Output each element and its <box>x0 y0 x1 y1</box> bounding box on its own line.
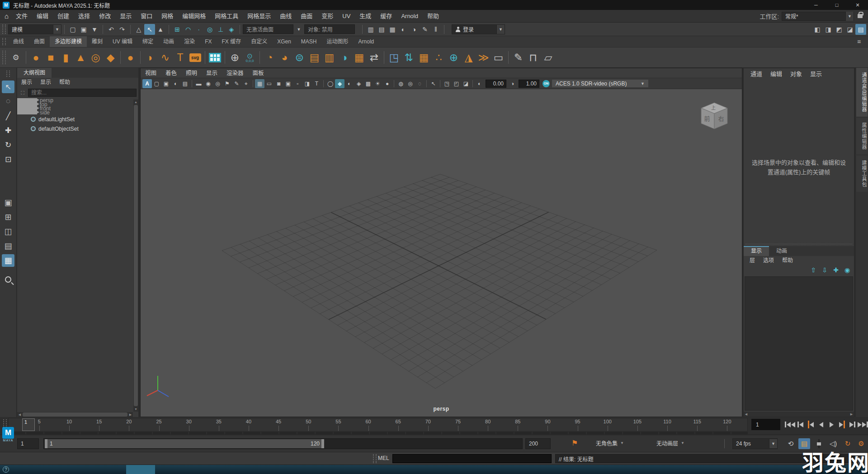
shelf-tab-9[interactable]: FX 缓存 <box>217 36 246 47</box>
outliner-vertical-scrollbar[interactable]: ▲ ▼ <box>133 100 138 412</box>
outliner-menu-2[interactable]: 帮助 <box>55 78 74 87</box>
shelf-tab-13[interactable]: 运动图形 <box>322 36 354 47</box>
pencil-tool-icon[interactable]: ✎ <box>511 50 526 66</box>
shelf-tab-8[interactable]: FX <box>200 36 217 47</box>
animation-start-field[interactable]: 1 <box>17 438 39 449</box>
ghost-trail-icon[interactable]: ◕ <box>277 50 292 66</box>
layout-three-pane[interactable]: ▤ <box>2 240 14 252</box>
outliner-item-persp[interactable]: persp <box>17 98 31 102</box>
viewport-menu-0[interactable]: 视图 <box>141 68 161 78</box>
outliner-item-side[interactable]: side <box>17 110 31 114</box>
render-view-icon[interactable]: ▥ <box>365 24 376 35</box>
filter-icon[interactable]: ⛶ <box>19 87 26 98</box>
redo-icon[interactable]: ↷ <box>117 24 127 35</box>
active-surface-field[interactable]: 无激活曲面 <box>243 24 293 34</box>
layer-tab-1[interactable]: 动画 <box>769 246 794 256</box>
frame-icon[interactable]: ▭ <box>491 50 506 66</box>
menu-item-14[interactable]: UV <box>338 10 355 23</box>
pie-chart-icon[interactable]: ◑ <box>337 50 352 66</box>
camera-bake-icon[interactable]: ◎ <box>213 79 222 88</box>
center-target-icon[interactable]: ⊕ <box>227 50 242 66</box>
globe-icon[interactable]: ⊕ <box>446 50 461 66</box>
annotate-pencil-icon[interactable]: ✎ <box>232 79 241 88</box>
menu-item-5[interactable]: 显示 <box>115 10 136 23</box>
isolate-select-icon[interactable]: ◌ <box>415 79 425 88</box>
light-editor-icon[interactable]: ◑ <box>409 24 420 35</box>
outliner-horizontal-scrollbar[interactable]: ◀ ▶ <box>17 412 133 417</box>
select-highlight-icon[interactable]: ↖ <box>429 79 438 88</box>
previous-key-button[interactable] <box>806 418 816 431</box>
loop-playback-icon[interactable]: ⟲ <box>785 438 797 449</box>
mel-label[interactable]: MEL <box>378 455 389 461</box>
time-slider-ruler[interactable]: 1 51015202530354045505560657075808590951… <box>8 418 748 431</box>
chevron-down-icon[interactable]: ▼ <box>845 12 854 21</box>
poly-cube-icon[interactable]: ■ <box>43 50 58 66</box>
outliner-menu-1[interactable]: 显示 <box>36 78 55 87</box>
layer-menu-0[interactable]: 层 <box>745 256 759 265</box>
cube-stack-icon[interactable]: ▦ <box>416 50 431 66</box>
snap-to-point-icon[interactable]: ∙ <box>193 24 204 35</box>
resolution-gate-icon[interactable]: ◙ <box>274 79 283 88</box>
select-camera-icon[interactable]: ▬ <box>194 79 203 88</box>
character-set-selector[interactable]: 无角色集▼ <box>596 439 624 447</box>
channel-box-menu-2[interactable]: 对象 <box>786 68 806 80</box>
outliner-title-tab[interactable]: 大纲视图 <box>17 68 138 78</box>
ipr-render-icon[interactable]: ▤ <box>376 24 387 35</box>
ui-elements-4-icon[interactable]: ▤ <box>180 79 190 88</box>
toolbox-grip[interactable] <box>6 71 10 77</box>
menu-item-10[interactable]: 网格显示 <box>243 10 275 23</box>
layer-menu-1[interactable]: 选项 <box>759 256 778 265</box>
sidebar-humanik-icon[interactable]: ◩ <box>834 24 844 35</box>
bracket-cube-icon[interactable]: ◳ <box>387 50 401 66</box>
login-button[interactable]: 登录 ▼ <box>452 24 505 34</box>
outliner-item-defaultObjectSet[interactable]: defaultObjectSet <box>17 124 138 133</box>
sidebar-attribute-editor-icon[interactable]: ◧ <box>812 24 823 35</box>
poly-cylinder-icon[interactable]: ▮ <box>58 50 73 66</box>
command-line-grip[interactable] <box>373 454 377 463</box>
shelf-gear-icon[interactable]: ⚙ <box>8 50 24 65</box>
make-live-icon[interactable]: ◈ <box>226 24 237 35</box>
select-object-icon[interactable]: ↖ <box>144 24 155 35</box>
rotate-tool[interactable]: ↻ <box>2 138 14 151</box>
range-start-handle[interactable] <box>45 439 47 448</box>
snap-to-curve-icon[interactable]: ◠ <box>183 24 193 35</box>
gate-mask-icon[interactable]: ▣ <box>283 79 293 88</box>
lighting-toggle-icon[interactable]: ☀ <box>373 79 382 88</box>
outliner-item-front[interactable]: front <box>17 106 31 110</box>
chevron-down-icon[interactable]: ▼ <box>293 24 304 35</box>
move-layer-up-icon[interactable]: ⇧ <box>809 266 817 274</box>
ui-elements-3-icon[interactable]: ◐ <box>171 79 180 88</box>
menu-item-16[interactable]: 缓存 <box>376 10 396 23</box>
mel-input[interactable] <box>392 454 552 463</box>
layout-four-pane[interactable]: ⊞ <box>2 211 14 223</box>
move-tool[interactable]: ✚ <box>2 124 14 137</box>
add-empty-layer-icon[interactable]: ✚ <box>832 266 840 274</box>
shelf-tab-14[interactable]: Arnold <box>354 36 379 47</box>
construction-plane-icon[interactable]: ▱ <box>541 50 556 66</box>
sidebar-channel-box-icon[interactable]: ▤ <box>855 24 866 35</box>
scroll-down-icon[interactable]: ▼ <box>133 407 138 412</box>
snap-to-projected-center-icon[interactable]: ◎ <box>204 24 215 35</box>
menu-item-2[interactable]: 创建 <box>53 10 74 23</box>
safe-region-icon[interactable]: ▫ <box>293 79 302 88</box>
layered-sphere-icon[interactable]: ⊜ <box>292 50 307 66</box>
mask-view-icon[interactable]: ◪ <box>461 79 471 88</box>
poly-cone-icon[interactable]: ▲ <box>73 50 88 66</box>
grid-toggle-icon[interactable]: ▦ <box>255 79 264 88</box>
move-layer-down-icon[interactable]: ⇩ <box>821 266 829 274</box>
shelf-tab-2[interactable]: 多边形建模 <box>50 36 87 47</box>
range-slider[interactable]: 1 120 <box>43 438 523 449</box>
chevrons-icon[interactable]: ≫ <box>476 50 491 66</box>
flag-crease-icon[interactable]: ◮ <box>461 50 476 66</box>
copy-view-icon[interactable]: ◳ <box>442 79 452 88</box>
status-line-grip[interactable] <box>2 24 6 33</box>
save-scene-icon[interactable]: ▼ <box>89 24 100 35</box>
home-icon[interactable]: ⌂ <box>5 12 9 20</box>
smooth-shade-mode-icon[interactable]: ◆ <box>335 79 344 88</box>
grease-pencil-icon[interactable]: ✎ <box>420 24 430 35</box>
sweep-mesh-icon[interactable]: ◗ <box>143 50 158 66</box>
current-time-marker[interactable]: 1 <box>22 418 35 431</box>
image-plane-icon[interactable]: ◨ <box>302 79 312 88</box>
layer-horizontal-scrollbar[interactable]: ◀ ▶ <box>744 412 854 417</box>
camera-attrs-icon[interactable]: A <box>142 79 152 88</box>
